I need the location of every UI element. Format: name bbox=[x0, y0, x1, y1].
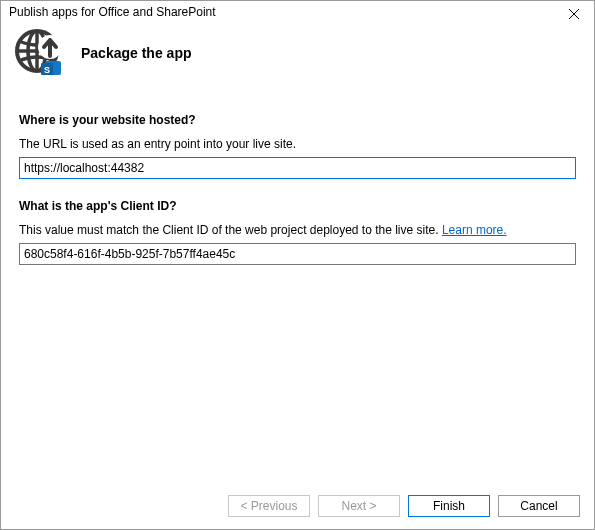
next-button: Next > bbox=[318, 495, 400, 517]
url-label: Where is your website hosted? bbox=[19, 113, 576, 127]
svg-text:S: S bbox=[44, 65, 50, 75]
page-title: Package the app bbox=[81, 45, 192, 61]
wizard-footer: < Previous Next > Finish Cancel bbox=[228, 495, 580, 517]
clientid-hint-text: This value must match the Client ID of t… bbox=[19, 223, 442, 237]
url-hint: The URL is used as an entry point into y… bbox=[19, 137, 576, 151]
window-title: Publish apps for Office and SharePoint bbox=[9, 5, 216, 19]
clientid-label: What is the app's Client ID? bbox=[19, 199, 576, 213]
cancel-button[interactable]: Cancel bbox=[498, 495, 580, 517]
close-icon bbox=[569, 9, 579, 19]
clientid-hint: This value must match the Client ID of t… bbox=[19, 223, 576, 237]
close-button[interactable] bbox=[554, 1, 594, 27]
client-id-input[interactable] bbox=[19, 243, 576, 265]
globe-upload-icon: S bbox=[15, 29, 63, 77]
wizard-content: Where is your website hosted? The URL is… bbox=[1, 95, 594, 265]
finish-button[interactable]: Finish bbox=[408, 495, 490, 517]
previous-button: < Previous bbox=[228, 495, 310, 517]
titlebar: Publish apps for Office and SharePoint bbox=[1, 1, 594, 27]
sharepoint-badge-icon: S bbox=[41, 61, 61, 75]
website-url-input[interactable] bbox=[19, 157, 576, 179]
learn-more-link[interactable]: Learn more. bbox=[442, 223, 507, 237]
wizard-header: S Package the app bbox=[1, 27, 594, 95]
